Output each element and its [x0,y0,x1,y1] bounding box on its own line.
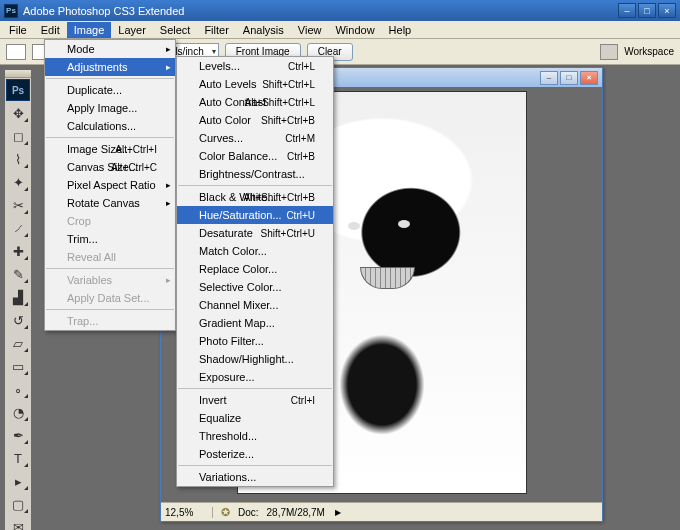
adjustments-item[interactable]: Curves...Ctrl+M [177,129,333,147]
move-tool[interactable]: ✥ [6,102,30,124]
doc-info-menu-icon[interactable]: ▶ [335,508,341,517]
menu-item-label: Levels... [199,60,240,72]
eraser-tool[interactable]: ▱ [6,332,30,354]
menu-help[interactable]: Help [382,22,419,38]
document-statusbar: 12,5% ✪ Doc: 28,7M/28,7M ▶ [161,502,602,521]
adjustments-item[interactable]: Auto ContrastAlt+Shift+Ctrl+L [177,93,333,111]
submenu-arrow-icon: ▸ [166,180,171,190]
menu-select[interactable]: Select [153,22,198,38]
menu-item-shortcut: Ctrl+U [286,210,315,221]
image-menu-item: Trap... [45,312,175,330]
window-maximize-button[interactable]: □ [638,3,656,18]
menu-edit[interactable]: Edit [34,22,67,38]
slice-tool[interactable]: ⟋ [6,217,30,239]
menu-view[interactable]: View [291,22,329,38]
window-minimize-button[interactable]: – [618,3,636,18]
menu-item-label: Trap... [67,315,98,327]
adjustments-item[interactable]: Photo Filter... [177,332,333,350]
workspace-icon[interactable] [600,44,618,60]
adjustments-item[interactable]: Color Balance...Ctrl+B [177,147,333,165]
menu-analysis[interactable]: Analysis [236,22,291,38]
menu-item-shortcut: Ctrl+B [287,151,315,162]
menu-file[interactable]: File [2,22,34,38]
tools-panel-grip[interactable] [5,70,31,78]
menu-item-label: Channel Mixer... [199,299,278,311]
adjustments-item[interactable]: Auto LevelsShift+Ctrl+L [177,75,333,93]
app-logo-icon: Ps [4,4,18,18]
path-selection-tool[interactable]: ▸ [6,470,30,492]
menu-item-label: Crop [67,215,91,227]
adjustments-item[interactable]: Black & White...Alt+Shift+Ctrl+B [177,188,333,206]
adjustments-item[interactable]: Selective Color... [177,278,333,296]
menu-item-label: Auto Color [199,114,251,126]
blur-tool[interactable]: ∘ [6,378,30,400]
image-menu-item[interactable]: Apply Image... [45,99,175,117]
image-menu-item[interactable]: Pixel Aspect Ratio▸ [45,176,175,194]
image-menu-item[interactable]: Canvas Size...Alt+Ctrl+C [45,158,175,176]
pen-tool[interactable]: ✒ [6,424,30,446]
menu-item-label: Hue/Saturation... [199,209,282,221]
shape-tool[interactable]: ▢ [6,493,30,515]
menu-window[interactable]: Window [328,22,381,38]
type-tool[interactable]: T [6,447,30,469]
zoom-level[interactable]: 12,5% [165,507,213,518]
history-brush-tool[interactable]: ↺ [6,309,30,331]
menu-item-label: Trim... [67,233,98,245]
menu-item-label: Curves... [199,132,243,144]
menu-item-label: Color Balance... [199,150,277,162]
adjustments-item[interactable]: Match Color... [177,242,333,260]
brush-tool[interactable]: ✎ [6,263,30,285]
adjustments-item[interactable]: Exposure... [177,368,333,386]
adjustments-item[interactable]: InvertCtrl+I [177,391,333,409]
image-menu-item[interactable]: Trim... [45,230,175,248]
marquee-tool[interactable]: ◻ [6,125,30,147]
image-menu-item[interactable]: Duplicate... [45,81,175,99]
image-menu-item[interactable]: Calculations... [45,117,175,135]
healing-brush-tool[interactable]: ✚ [6,240,30,262]
doc-minimize-button[interactable]: – [540,71,558,85]
menu-item-label: Mode [67,43,95,55]
tool-preset-dropdown[interactable] [6,44,26,60]
lasso-tool[interactable]: ⌇ [6,148,30,170]
doc-maximize-button[interactable]: □ [560,71,578,85]
adjustments-item[interactable]: Brightness/Contrast... [177,165,333,183]
image-menu-dropdown: Mode▸Adjustments▸Duplicate...Apply Image… [44,39,176,331]
menu-filter[interactable]: Filter [197,22,235,38]
adjustments-item[interactable]: Gradient Map... [177,314,333,332]
window-close-button[interactable]: × [658,3,676,18]
workspace-label[interactable]: Workspace [624,46,674,57]
image-menu-item: Variables▸ [45,271,175,289]
adjustments-item[interactable]: Hue/Saturation...Ctrl+U [177,206,333,224]
adjustments-item[interactable]: Replace Color... [177,260,333,278]
clone-stamp-tool[interactable]: ▟ [6,286,30,308]
adjustments-item[interactable]: Auto ColorShift+Ctrl+B [177,111,333,129]
gradient-tool[interactable]: ▭ [6,355,30,377]
menu-item-label: Apply Image... [67,102,137,114]
menu-item-label: Gradient Map... [199,317,275,329]
magic-wand-tool[interactable]: ✦ [6,171,30,193]
menu-item-label: Desaturate [199,227,253,239]
image-menu-item[interactable]: Image Size...Alt+Ctrl+I [45,140,175,158]
menu-item-shortcut: Ctrl+I [291,395,315,406]
adjustments-item[interactable]: Equalize [177,409,333,427]
adjustments-item[interactable]: Shadow/Highlight... [177,350,333,368]
doc-info-label: Doc: [238,507,259,518]
menu-layer[interactable]: Layer [111,22,153,38]
dodge-tool[interactable]: ◔ [6,401,30,423]
adjustments-item[interactable]: Levels...Ctrl+L [177,57,333,75]
ps-badge-icon: Ps [6,79,30,101]
adjustments-item[interactable]: Channel Mixer... [177,296,333,314]
menu-image[interactable]: Image [67,22,112,38]
doc-close-button[interactable]: × [580,71,598,85]
adjustments-item[interactable]: Variations... [177,468,333,486]
app-title: Adobe Photoshop CS3 Extended [23,5,184,17]
adjustments-item[interactable]: Threshold... [177,427,333,445]
image-menu-item[interactable]: Rotate Canvas▸ [45,194,175,212]
adjustments-item[interactable]: Posterize... [177,445,333,463]
image-menu-item[interactable]: Mode▸ [45,40,175,58]
crop-tool[interactable]: ✂ [6,194,30,216]
notes-tool[interactable]: ✉ [6,516,30,530]
menu-item-shortcut: Alt+Shift+Ctrl+L [245,97,315,108]
adjustments-item[interactable]: DesaturateShift+Ctrl+U [177,224,333,242]
image-menu-item[interactable]: Adjustments▸ [45,58,175,76]
